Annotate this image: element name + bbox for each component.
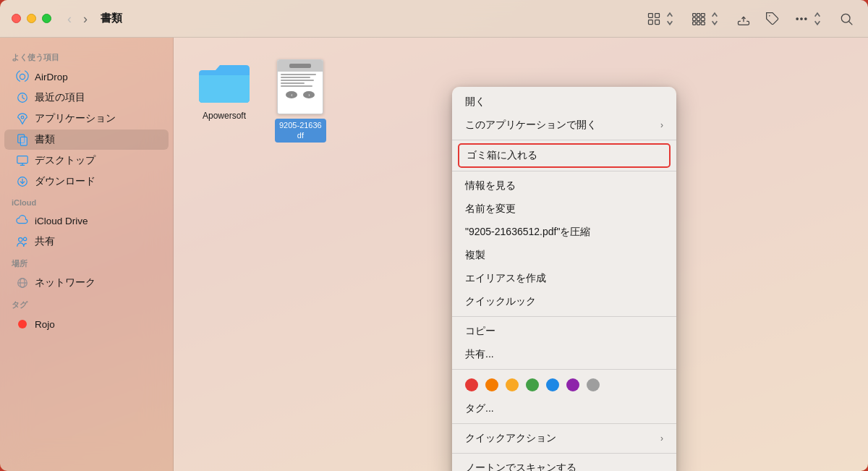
chevron-down2-icon <box>810 12 825 26</box>
tag-red-icon <box>16 318 29 331</box>
menu-item-info[interactable]: 情報を見る <box>452 174 676 198</box>
share-icon <box>736 12 751 26</box>
menu-item-open[interactable]: 開く <box>452 90 676 114</box>
sidebar-item-airdrop[interactable]: AirDrop <box>4 67 169 87</box>
section-label-tags: タグ <box>0 294 173 313</box>
separator-3 <box>452 316 676 317</box>
svg-rect-11 <box>697 22 700 25</box>
menu-item-compress[interactable]: "9205-21636512.pdf"を圧縮 <box>452 221 676 244</box>
chevron-down-icon <box>707 12 722 26</box>
svg-rect-12 <box>701 22 705 25</box>
separator-5 <box>452 423 676 424</box>
view-grid-button[interactable] <box>644 9 680 29</box>
airdrop-label: AirDrop <box>35 72 68 82</box>
desktop-icon <box>16 154 29 167</box>
context-menu: 開く このアプリケーションで開く › ゴミ箱に入れる 情報を見る <box>452 87 676 471</box>
separator-4 <box>452 369 676 370</box>
svg-point-18 <box>841 14 850 22</box>
forward-button[interactable]: › <box>79 11 92 27</box>
color-dot-orange[interactable] <box>485 378 498 391</box>
color-dots-row <box>452 373 676 397</box>
share-button[interactable] <box>733 9 754 29</box>
sidebar-item-shared[interactable]: 共有 <box>4 232 169 252</box>
tag-button[interactable] <box>762 9 783 29</box>
applications-label: アプリケーション <box>35 112 116 125</box>
svg-rect-9 <box>701 17 705 20</box>
maximize-button[interactable] <box>42 14 51 23</box>
sidebar-item-desktop[interactable]: デスクトップ <box>4 150 169 171</box>
svg-line-19 <box>849 21 853 25</box>
color-dot-gray[interactable] <box>587 378 600 391</box>
menu-item-norton[interactable]: ノートンでスキャンする <box>452 457 676 471</box>
color-dot-green[interactable] <box>526 378 539 391</box>
sidebar-item-network[interactable]: ネットワーク <box>4 273 169 293</box>
menu-item-quicklook[interactable]: クイックルック <box>452 290 676 313</box>
list-icon <box>692 12 706 26</box>
sidebar-item-documents[interactable]: 書類 <box>4 130 169 150</box>
search-button[interactable] <box>836 9 856 29</box>
tag-icon <box>765 12 780 26</box>
svg-point-30 <box>23 237 27 241</box>
svg-rect-0 <box>649 13 653 17</box>
shared-label: 共有 <box>35 235 55 248</box>
documents-label: 書類 <box>35 133 55 146</box>
separator-1 <box>452 140 676 140</box>
back-button[interactable]: ‹ <box>63 11 76 27</box>
grid-icon <box>647 12 661 26</box>
separator-2 <box>452 171 676 171</box>
downloads-label: ダウンロード <box>35 175 95 188</box>
menu-item-trash[interactable]: ゴミ箱に入れる <box>459 145 669 166</box>
icloud-drive-label: iCloud Drive <box>35 216 88 226</box>
file-item-apowersoft[interactable]: Apowersoft <box>195 59 253 143</box>
traffic-lights <box>12 14 51 23</box>
svg-point-16 <box>801 17 803 20</box>
sidebar-item-icloud-drive[interactable]: iCloud Drive <box>4 211 169 231</box>
folder-icon <box>195 59 253 106</box>
pdf-thumbnail: ‹ › <box>277 59 323 114</box>
svg-rect-8 <box>697 17 700 20</box>
svg-rect-24 <box>17 156 27 164</box>
section-label-locations: 場所 <box>0 253 173 272</box>
menu-item-open-with[interactable]: このアプリケーションで開く › <box>452 114 676 137</box>
view-list-button[interactable] <box>689 9 725 29</box>
more-button[interactable] <box>791 9 827 29</box>
color-dot-blue[interactable] <box>546 378 559 391</box>
color-dot-red[interactable] <box>465 378 478 391</box>
svg-rect-2 <box>649 20 653 24</box>
separator-6 <box>452 453 676 454</box>
sidebar-item-applications[interactable]: アプリケーション <box>4 109 169 129</box>
minimize-button[interactable] <box>27 14 36 23</box>
sidebar-item-tag-rojo[interactable]: Rojo <box>4 314 169 334</box>
section-label-icloud: iCloud <box>0 192 173 210</box>
sidebar-item-recents[interactable]: 最近の項目 <box>4 88 169 108</box>
color-dot-purple[interactable] <box>566 378 579 391</box>
download-icon <box>16 175 29 188</box>
menu-item-duplicate[interactable]: 複製 <box>452 244 676 267</box>
menu-item-copy[interactable]: コピー <box>452 320 676 343</box>
ellipsis-icon <box>794 12 809 26</box>
recents-label: 最近の項目 <box>35 91 85 104</box>
clock-icon <box>16 91 29 104</box>
svg-point-17 <box>805 17 807 20</box>
content-area: Apowersoft <box>174 38 868 471</box>
file-item-pdf[interactable]: ‹ › 9205-21636df <box>275 59 326 143</box>
sidebar-item-downloads[interactable]: ダウンロード <box>4 171 169 192</box>
rocket-icon <box>16 112 29 125</box>
svg-rect-7 <box>693 17 696 20</box>
svg-point-15 <box>796 17 799 20</box>
svg-rect-1 <box>655 13 660 17</box>
svg-rect-6 <box>701 13 705 16</box>
menu-item-quick-actions[interactable]: クイックアクション › <box>452 427 676 450</box>
menu-item-rename[interactable]: 名前を変更 <box>452 198 676 221</box>
svg-point-21 <box>21 116 24 119</box>
desktop-label: デスクトップ <box>35 154 95 167</box>
doc-icon <box>16 133 29 146</box>
svg-rect-5 <box>697 13 700 16</box>
color-dot-yellow[interactable] <box>506 378 519 391</box>
svg-rect-3 <box>655 20 660 24</box>
menu-item-alias[interactable]: エイリアスを作成 <box>452 267 676 290</box>
close-button[interactable] <box>12 14 21 23</box>
menu-item-share[interactable]: 共有... <box>452 343 676 366</box>
folder-name: Apowersoft <box>203 111 246 121</box>
menu-item-tags[interactable]: タグ... <box>452 397 676 420</box>
